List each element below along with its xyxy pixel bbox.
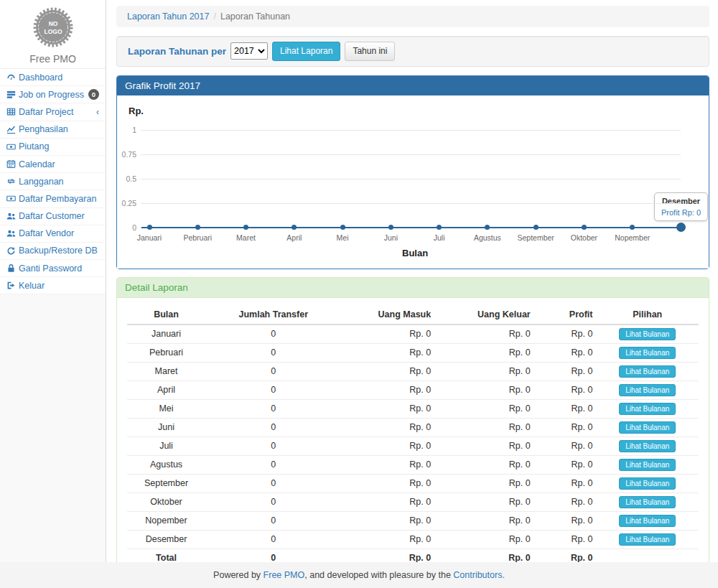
footer-text-prefix: Powered by <box>213 570 263 580</box>
sidebar-item-backup-restore-db[interactable]: Backup/Restore DB <box>0 243 106 260</box>
chart-y-tick-label: 0.25 <box>117 199 136 207</box>
cell-pilihan: Lihat Bulanan <box>596 343 699 362</box>
chart-point-september[interactable] <box>533 225 538 230</box>
footer-text-middle: , and developed with pleasure by the <box>304 570 453 580</box>
chart-point-agustus[interactable] <box>485 225 490 230</box>
chart-point-april[interactable] <box>292 225 297 230</box>
cell-uang-keluar: Rp. 0 <box>434 437 534 455</box>
view-monthly-button[interactable]: Lihat Bulanan <box>619 328 676 340</box>
cell-uang-keluar: Rp. 0 <box>434 343 534 362</box>
cell-bulan: April <box>127 381 205 399</box>
view-report-button[interactable]: Lihat Laporan <box>272 42 340 61</box>
table-row: September0Rp. 0Rp. 0Rp. 0Lihat Bulanan <box>127 474 699 493</box>
year-select[interactable]: 2017 <box>230 42 268 60</box>
brand-name: Free PMO <box>0 53 106 65</box>
cell-jumlah-transfer: 0 <box>205 325 341 344</box>
logo-box[interactable]: NO LOGO Free PMO <box>0 0 106 69</box>
users-icon <box>6 229 19 238</box>
chart-x-axis-title: Bulan <box>402 248 428 258</box>
view-monthly-button[interactable]: Lihat Bulanan <box>619 477 676 490</box>
this-year-button[interactable]: Tahun ini <box>345 42 395 61</box>
chart-point-pebruari[interactable] <box>195 225 200 230</box>
cell-profit: Rp. 0 <box>534 437 597 455</box>
cell-profit: Rp. 0 <box>534 455 597 474</box>
table-row: Januari0Rp. 0Rp. 0Rp. 0Lihat Bulanan <box>127 325 699 344</box>
tooltip-title: Desember <box>661 197 701 205</box>
cell-jumlah-transfer: 0 <box>205 493 341 511</box>
profit-chart-panel: Grafik Profit 2017 Rp. Desember Profit R… <box>116 75 709 269</box>
sidebar-item-piutang[interactable]: Piutang <box>0 139 106 156</box>
chart-x-tick-label: Nopember <box>610 233 656 242</box>
view-monthly-button[interactable]: Lihat Bulanan <box>619 403 676 415</box>
cell-profit: Rp. 0 <box>534 362 597 381</box>
sidebar-item-penghasilan[interactable]: Penghasilan <box>0 121 106 139</box>
sidebar-item-langganan[interactable]: Langganan <box>0 173 106 190</box>
cell-profit: Rp. 0 <box>534 493 597 511</box>
footer-link-free-pmo[interactable]: Free PMO <box>264 570 305 580</box>
sidebar-item-daftar-project[interactable]: Daftar Project‹ <box>0 103 106 121</box>
chart-x-tick-label: April <box>271 233 317 242</box>
cell-jumlah-transfer: 0 <box>205 381 341 399</box>
sidebar-item-calendar[interactable]: Calendar <box>0 156 106 173</box>
view-monthly-button[interactable]: Lihat Bulanan <box>619 347 676 359</box>
breadcrumb-link-laporan-tahun[interactable]: Laporan Tahun 2017 <box>127 11 209 22</box>
cell-uang-masuk: Rp. 0 <box>341 362 434 381</box>
chart-point-nopember[interactable] <box>630 225 635 230</box>
chart-point-oktober[interactable] <box>582 225 587 230</box>
cell-profit: Rp. 0 <box>534 530 597 549</box>
view-monthly-button[interactable]: Lihat Bulanan <box>619 440 676 452</box>
column-header: Bulan <box>127 305 205 325</box>
table-row: Mei0Rp. 0Rp. 0Rp. 0Lihat Bulanan <box>127 399 699 418</box>
sidebar-item-daftar-customer[interactable]: Daftar Customer <box>0 208 106 225</box>
view-monthly-button[interactable]: Lihat Bulanan <box>619 459 676 471</box>
sidebar-item-label: Backup/Restore DB <box>19 246 98 256</box>
chart-x-tick-label: Maret <box>223 233 269 242</box>
view-monthly-button[interactable]: Lihat Bulanan <box>619 496 676 508</box>
cell-bulan: Juli <box>127 437 205 455</box>
sidebar-item-dashboard[interactable]: Dashboard <box>0 69 106 86</box>
chart-point-juli[interactable] <box>437 225 442 230</box>
view-monthly-button[interactable]: Lihat Bulanan <box>619 365 676 378</box>
sidebar-item-ganti-password[interactable]: Ganti Password <box>0 260 106 277</box>
cell-bulan: September <box>127 474 205 493</box>
cell-uang-keluar: Rp. 0 <box>434 418 534 437</box>
refresh-icon <box>6 246 19 256</box>
cell-profit: Rp. 0 <box>534 325 597 344</box>
dashboard-icon <box>6 73 19 82</box>
view-monthly-button[interactable]: Lihat Bulanan <box>619 533 676 546</box>
chart-y-tick-label: 1 <box>117 126 136 134</box>
column-header: Uang Keluar <box>434 305 534 325</box>
chart-point-desember[interactable] <box>676 223 686 232</box>
cell-jumlah-transfer: 0 <box>205 362 341 381</box>
chart-x-tick-label: Juli <box>416 233 462 242</box>
view-monthly-button[interactable]: Lihat Bulanan <box>619 515 676 527</box>
cell-uang-masuk: Rp. 0 <box>341 455 434 474</box>
chart-gridline <box>141 203 681 204</box>
table-row: Juli0Rp. 0Rp. 0Rp. 0Lihat Bulanan <box>127 437 699 455</box>
chart-point-juni[interactable] <box>388 225 393 230</box>
cell-uang-keluar: Rp. 0 <box>434 455 534 474</box>
cell-uang-keluar: Rp. 0 <box>434 474 534 493</box>
detail-panel-title: Detail Laporan <box>117 278 709 298</box>
footer-link-contributors[interactable]: Contributors. <box>453 570 505 580</box>
sidebar-item-daftar-vendor[interactable]: Daftar Vendor <box>0 225 106 243</box>
view-monthly-button[interactable]: Lihat Bulanan <box>619 421 676 434</box>
cell-pilihan: Lihat Bulanan <box>596 381 699 399</box>
sidebar-item-job-on-progress[interactable]: Job on Progress0 <box>0 86 106 103</box>
svg-text:NO: NO <box>48 20 57 27</box>
cell-pilihan: Lihat Bulanan <box>596 437 699 455</box>
chart-tooltip: Desember Profit Rp: 0 <box>654 192 708 221</box>
view-monthly-button[interactable]: Lihat Bulanan <box>619 384 676 396</box>
chart-point-maret[interactable] <box>243 225 248 230</box>
sidebar-item-daftar-pembayaran[interactable]: Daftar Pembayaran <box>0 190 106 207</box>
sidebar-item-label: Job on Progress <box>19 90 84 100</box>
chart-point-mei[interactable] <box>340 225 345 230</box>
chart-point-januari[interactable] <box>147 225 152 230</box>
sidebar-item-keluar[interactable]: Keluar <box>0 277 106 294</box>
sidebar-item-label: Dashboard <box>19 73 62 83</box>
cell-pilihan: Lihat Bulanan <box>596 474 699 493</box>
profit-line-chart: Rp. Desember Profit Rp: 0 10.750.50.250J… <box>117 95 709 269</box>
cell-bulan: Desember <box>127 530 205 549</box>
chart-y-axis-title: Rp. <box>129 106 144 116</box>
breadcrumb: Laporan Tahun 2017/Laporan Tahunan <box>116 6 709 27</box>
